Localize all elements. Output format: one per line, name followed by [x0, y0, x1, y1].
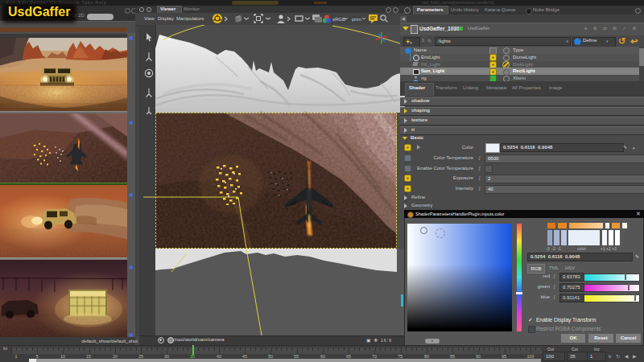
svg-text:prim: prim [352, 17, 361, 22]
svg-text:sRGB: sRGB [332, 17, 345, 22]
